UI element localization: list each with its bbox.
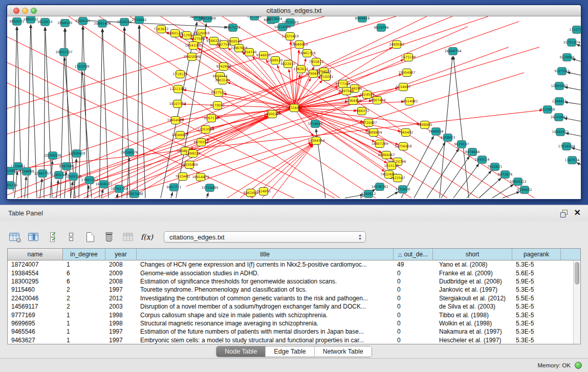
graph-node[interactable]: 16648794 xyxy=(444,48,461,55)
column-header-title[interactable]: title xyxy=(137,249,394,260)
table-cell[interactable]: 5.3E-5 xyxy=(512,303,561,310)
table-cell[interactable]: Changes of HCN gene expression and I(f) … xyxy=(137,261,394,268)
table-row[interactable]: 1830029562008Estimation of significance … xyxy=(8,277,580,286)
scrollbar-thumb[interactable] xyxy=(575,262,579,285)
table-selector-dropdown[interactable]: citations_edges.txt ▲▼ xyxy=(164,231,366,243)
new-table-button[interactable] xyxy=(84,231,96,243)
table-row[interactable]: 2242004622012Investigating the contribut… xyxy=(8,294,580,302)
table-cell[interactable]: Nakamura et al. (1997) xyxy=(433,328,512,335)
table-cell[interactable]: 0 xyxy=(394,295,433,302)
graph-node[interactable]: 9850331 xyxy=(10,18,25,26)
graph-node[interactable]: 7955812 xyxy=(309,58,324,66)
table-cell[interactable]: 5.6E-5 xyxy=(512,270,561,277)
table-cell[interactable]: 1997 xyxy=(105,337,137,344)
table-cell[interactable]: Tibbo et al. (1998) xyxy=(433,312,512,319)
table-cell[interactable]: 0 xyxy=(394,278,433,285)
table-cell[interactable]: 2003 xyxy=(105,303,137,310)
table-cell[interactable]: 0 xyxy=(394,286,433,293)
graph-node[interactable]: 8504105 xyxy=(76,17,91,25)
graph-node[interactable]: 7665492 xyxy=(399,129,413,137)
table-cell[interactable]: 2009 xyxy=(105,270,137,277)
graph-node[interactable]: 15751074 xyxy=(563,39,580,47)
graph-node[interactable]: 12093582 xyxy=(551,82,568,90)
table-row[interactable]: 969969511998Structural magnetic resonanc… xyxy=(8,319,580,327)
table-cell[interactable]: 2 xyxy=(63,303,105,310)
table-cell[interactable]: 0 xyxy=(394,303,433,310)
column-header-short[interactable]: short xyxy=(433,249,512,260)
table-cell[interactable]: 5.3E-5 xyxy=(512,312,561,319)
table-row[interactable]: 946362711997Embryonic stem cells: a mode… xyxy=(8,336,580,344)
table-settings-button[interactable] xyxy=(8,231,20,243)
graph-node[interactable]: 2480503 xyxy=(389,41,404,49)
graph-node[interactable]: 1112734 xyxy=(570,26,581,34)
table-cell[interactable]: 6 xyxy=(63,278,105,285)
graph-node[interactable]: 9358923 xyxy=(441,134,455,142)
graph-node[interactable]: 7625402 xyxy=(176,173,190,181)
table-cell[interactable]: 1998 xyxy=(105,312,137,319)
table-cell[interactable]: Disruption of a novel member of a sodium… xyxy=(137,303,394,310)
table-cell[interactable]: 2012 xyxy=(105,295,137,302)
column-header-year[interactable]: year xyxy=(105,249,137,260)
table-row[interactable]: 1872400712008Changes of HCN gene express… xyxy=(8,260,580,269)
table-row[interactable]: 946554611997Estimation of the future num… xyxy=(8,327,580,336)
graph-node[interactable]: 1522209 xyxy=(75,63,90,71)
graph-node[interactable]: 9679197 xyxy=(454,141,469,148)
table-cell[interactable]: 1 xyxy=(63,261,105,268)
table-cell[interactable]: Yano et al. (2008) xyxy=(433,261,512,268)
table-cell[interactable]: 9465546 xyxy=(8,328,63,335)
table-cell[interactable]: 22420046 xyxy=(8,295,63,302)
table-vertical-scrollbar[interactable] xyxy=(573,260,580,344)
graph-node[interactable]: 9170041 xyxy=(210,102,225,110)
table-cell[interactable]: 5.9E-5 xyxy=(512,278,561,285)
table-cell[interactable]: 14569117 xyxy=(8,303,63,310)
table-row[interactable]: 911546021997Tourette syndrome. Phenomeno… xyxy=(8,286,580,294)
table-cell[interactable]: 0 xyxy=(394,312,433,319)
graph-node[interactable]: 8215958 xyxy=(540,106,555,114)
network-canvas[interactable]: 9850331106553298105332064105850410520691… xyxy=(7,16,581,199)
table-cell[interactable]: 19384554 xyxy=(8,270,63,277)
column-header-out_degree[interactable]: △out_de... xyxy=(394,249,433,260)
graph-node[interactable]: 9619796 xyxy=(374,24,389,32)
graph-node[interactable]: 15954987 xyxy=(398,69,415,77)
graph-node[interactable]: 10514982 xyxy=(401,98,418,105)
table-cell[interactable]: 0 xyxy=(394,328,433,335)
table-cell[interactable]: Franke et al. (2009) xyxy=(433,270,512,277)
close-panel-icon[interactable]: ✕ xyxy=(574,208,581,218)
graph-node[interactable]: 9898985 xyxy=(418,121,432,129)
graph-node[interactable]: 9245652 xyxy=(517,186,532,194)
graph-node[interactable]: 8909416 xyxy=(355,16,370,23)
graph-node[interactable]: 8427552 xyxy=(211,89,226,97)
table-cell[interactable]: 5.3E-5 xyxy=(512,337,561,344)
table-cell[interactable]: 2008 xyxy=(105,261,137,268)
column-header-in_degree[interactable]: in_degree xyxy=(63,249,105,260)
table-cell[interactable]: Estimation of significance thresholds fo… xyxy=(137,278,394,285)
table-cell[interactable]: Hescheler et al. (1997) xyxy=(433,337,512,344)
rows-button[interactable] xyxy=(65,231,77,243)
table-cell[interactable]: 5.3E-5 xyxy=(512,328,561,335)
table-cell[interactable]: 5.5E-5 xyxy=(512,295,561,302)
graph-node[interactable]: 26166576 xyxy=(121,149,138,157)
graph-node[interactable]: 12325419 xyxy=(281,33,298,40)
table-cell[interactable]: 0 xyxy=(394,337,433,344)
graph-node[interactable]: 19756928 xyxy=(395,143,411,150)
graph-node[interactable]: 9227343 xyxy=(555,68,570,75)
table-cell[interactable]: Corpus callosum shape and size in male p… xyxy=(137,312,394,319)
graph-node[interactable]: 1640954 xyxy=(429,128,444,136)
table-cell[interactable]: 2008 xyxy=(105,278,137,285)
table-cell[interactable]: 0 xyxy=(394,320,433,327)
select-all-button[interactable] xyxy=(46,231,58,243)
table-row[interactable]: 977716911998Corpus callosum shape and si… xyxy=(8,311,580,319)
graph-node[interactable]: 2064105 xyxy=(58,19,73,27)
tab-network-table[interactable]: Network Table xyxy=(315,346,372,357)
table-cell[interactable]: 1 xyxy=(63,337,105,344)
graph-node[interactable]: 12923448 xyxy=(126,190,143,198)
float-panel-icon[interactable] xyxy=(562,210,568,215)
graph-node[interactable]: 20631107 xyxy=(55,49,72,56)
graph-node[interactable]: 12213382 xyxy=(169,85,186,93)
graph-node[interactable]: 16961758 xyxy=(298,50,315,57)
graph-node[interactable]: 12342757 xyxy=(34,170,51,178)
table-cell[interactable]: Embryonic stem cells: a model to study s… xyxy=(137,337,394,344)
graph-node[interactable]: 15716485 xyxy=(201,184,218,192)
graph-node[interactable]: 14136141 xyxy=(371,183,388,191)
graph-node[interactable]: 16210643 xyxy=(550,114,567,121)
